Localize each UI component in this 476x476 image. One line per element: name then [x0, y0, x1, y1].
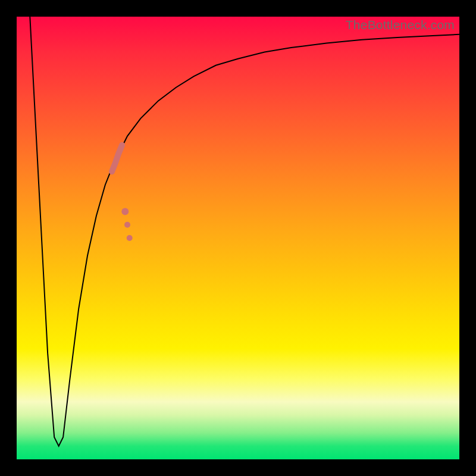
highlighted-segment — [112, 145, 133, 241]
marker-dot — [127, 235, 133, 241]
chart-svg — [17, 17, 459, 459]
marker-stroke — [112, 145, 122, 172]
marker-dot — [124, 222, 130, 228]
plot-area: TheBottleneck.com — [17, 17, 459, 459]
marker-dot — [121, 208, 129, 215]
bottleneck-curve — [30, 17, 459, 446]
chart-frame: TheBottleneck.com — [0, 0, 476, 476]
